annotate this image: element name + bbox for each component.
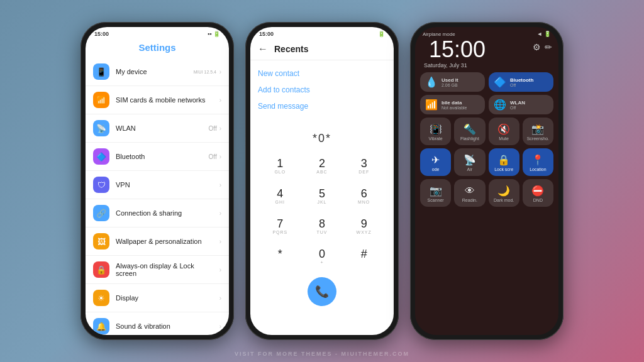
- dial-key-9[interactable]: 9 WXYZ: [344, 213, 384, 241]
- reading-icon: 👁: [465, 185, 475, 197]
- dialer-display: *0*: [250, 119, 394, 153]
- dial-letters-7: PQRS: [272, 230, 287, 236]
- dial-num-3: 3: [361, 158, 367, 169]
- settings-label-sound: Sound & vibration: [116, 322, 217, 330]
- water-icon: 💧: [425, 76, 438, 88]
- dial-key-1[interactable]: 1 GLO: [260, 153, 300, 180]
- mobile-data-icon: 📶: [425, 99, 438, 111]
- cc-tile-water[interactable]: 💧 Used It 2.06 GB: [420, 72, 485, 92]
- cc-tiles-row1: 💧 Used It 2.06 GB 🔷 Bluetooth Off: [415, 72, 558, 92]
- settings-item-connection-sharing[interactable]: 🔗 Connection & sharing ›: [86, 199, 229, 228]
- phone-dialer: 15:00 🔋 ← Recents New contactAdd to cont…: [245, 22, 399, 340]
- settings-item-my-device[interactable]: 📱 My device MIUI 12.5.4 ›: [86, 58, 229, 86]
- dial-num-#: #: [361, 248, 367, 260]
- settings-item-sound[interactable]: 🔔 Sound & vibration ›: [86, 312, 229, 335]
- settings-item-always-on[interactable]: 🔒 Always-on display & Lock screen ›: [86, 256, 229, 284]
- settings-icon-connection-sharing: 🔗: [93, 205, 109, 221]
- settings-value-wlan: Off: [209, 125, 217, 132]
- cc-edit-icon[interactable]: ✏: [545, 42, 552, 52]
- settings-label-vpn: VPN: [116, 181, 217, 189]
- dnd-icon: ⛔: [531, 185, 544, 197]
- dial-num-2: 2: [319, 158, 325, 169]
- cc-airplane[interactable]: ✈ ode: [420, 148, 451, 176]
- cc-lock-screen[interactable]: 🔒 Lock scre: [489, 148, 519, 176]
- dial-key-4[interactable]: 4 GHI: [260, 183, 300, 211]
- status-bar-2: 15:00 🔋: [250, 27, 394, 38]
- location-icon: 📍: [531, 154, 544, 166]
- dial-letters-1: GLO: [274, 170, 286, 175]
- settings-icon-sound: 🔔: [93, 318, 109, 334]
- dial-num-8: 8: [319, 218, 325, 229]
- flashlight-icon: 🔦: [464, 123, 476, 135]
- cc-vibrate[interactable]: 📳 Vibrate: [420, 118, 451, 145]
- settings-arrow-always-on: ›: [219, 266, 221, 273]
- cc-screenshot[interactable]: 📸 Screensho.: [523, 118, 553, 145]
- airplane-icon: ✈: [431, 154, 440, 166]
- dial-num-4: 4: [277, 188, 283, 199]
- dial-num-*: *: [278, 248, 282, 260]
- cc-mute[interactable]: 🔇 Mute: [489, 118, 519, 145]
- back-button[interactable]: ←: [258, 43, 268, 55]
- cc-tile-wlan[interactable]: 🌐 WLAN Off: [489, 95, 553, 114]
- dial-key-3[interactable]: 3 DEF: [344, 153, 384, 180]
- dial-letters-6: MNO: [358, 200, 370, 206]
- settings-item-wallpaper[interactable]: 🖼 Wallpaper & personalization ›: [86, 228, 229, 256]
- recents-action-send-message[interactable]: Send message: [258, 98, 386, 114]
- settings-label-always-on: Always-on display & Lock screen: [116, 262, 217, 277]
- time-2: 15:00: [259, 31, 274, 37]
- cc-grid-row1: 📳 Vibrate 🔦 Flashlight 🔇 Mute 📸 Screensh…: [415, 118, 558, 145]
- dial-key-#[interactable]: #: [344, 243, 384, 271]
- settings-label-connection-sharing: Connection & sharing: [116, 209, 217, 217]
- cc-time: 15:00: [421, 37, 493, 61]
- recents-action-add-to-contacts[interactable]: Add to contacts: [258, 82, 386, 98]
- call-button[interactable]: 📞: [308, 277, 336, 306]
- settings-arrow-connection-sharing: ›: [219, 210, 221, 217]
- phone-control-center: Airplane mode ◄ 🔋 15:00 ⚙ ✏ Saturday, Ju…: [410, 22, 564, 340]
- cc-flashlight[interactable]: 🔦 Flashlight: [454, 118, 485, 145]
- cc-airdrop[interactable]: 📡 Air: [454, 148, 485, 176]
- dial-key-7[interactable]: 7 PQRS: [260, 213, 300, 241]
- dial-key-2[interactable]: 2 ABC: [303, 153, 342, 180]
- settings-icon-vpn: 🛡: [93, 177, 109, 193]
- dialer-grid: 1 GLO 2 ABC 3 DEF 4 GHI 5 JKL 6 MNO 7 PQ…: [250, 153, 394, 271]
- dial-letters-9: WXYZ: [357, 230, 372, 236]
- cc-dark-mode[interactable]: 🌙 Dark mod.: [489, 179, 519, 207]
- status-icons-1: ▪▪ 🔋: [208, 31, 220, 37]
- settings-value-bluetooth: Off: [209, 153, 217, 160]
- dial-key-0[interactable]: 0 +: [303, 243, 342, 271]
- cc-reading[interactable]: 👁 Readin.: [454, 179, 485, 207]
- cc-settings-icon[interactable]: ⚙: [533, 42, 541, 52]
- cc-tile-mobile[interactable]: 📶 bile data Not available: [420, 95, 485, 114]
- wlan-tile-icon: 🌐: [494, 99, 506, 111]
- dial-key-*[interactable]: *: [260, 243, 300, 271]
- dial-key-6[interactable]: 6 MNO: [344, 183, 384, 211]
- dial-num-9: 9: [361, 218, 367, 229]
- cc-dnd[interactable]: ⛔ DND: [523, 179, 553, 207]
- scanner-icon: 📷: [430, 185, 442, 197]
- cc-grid-row3: 📷 Scanner 👁 Readin. 🌙 Dark mod. ⛔ DND: [415, 179, 558, 207]
- recents-action-new-contact[interactable]: New contact: [258, 65, 386, 82]
- recents-header: ← Recents: [250, 38, 394, 60]
- cc-tile-bluetooth[interactable]: 🔷 Bluetooth Off: [489, 72, 553, 92]
- call-section: 📞: [250, 271, 394, 309]
- dial-key-8[interactable]: 8 TUV: [303, 213, 342, 241]
- cc-tiles-row2: 📶 bile data Not available 🌐 WLAN Off: [415, 95, 558, 114]
- cc-scanner[interactable]: 📷 Scanner: [420, 179, 451, 207]
- cc-location[interactable]: 📍 Location: [523, 148, 553, 176]
- mute-icon: 🔇: [497, 123, 510, 135]
- settings-arrow-wallpaper: ›: [219, 238, 221, 245]
- lock-icon: 🔒: [497, 154, 510, 166]
- settings-arrow-sound: ›: [219, 323, 221, 330]
- dark-mode-icon: 🌙: [497, 185, 510, 197]
- dial-key-5[interactable]: 5 JKL: [303, 183, 342, 211]
- settings-item-sim-cards[interactable]: 📶 SIM cards & mobile networks ›: [86, 86, 229, 114]
- dial-num-0: 0: [319, 248, 325, 260]
- settings-icon-wallpaper: 🖼: [93, 233, 109, 250]
- settings-item-vpn[interactable]: 🛡 VPN ›: [86, 171, 229, 199]
- dial-letters-8: TUV: [316, 230, 327, 236]
- time-1: 15:00: [94, 31, 109, 37]
- settings-item-bluetooth[interactable]: 🔷 Bluetooth Off ›: [86, 143, 229, 171]
- settings-item-wlan[interactable]: 📡 WLAN Off ›: [86, 114, 229, 143]
- settings-label-bluetooth: Bluetooth: [116, 153, 209, 160]
- settings-item-display[interactable]: ☀ Display ›: [86, 284, 229, 312]
